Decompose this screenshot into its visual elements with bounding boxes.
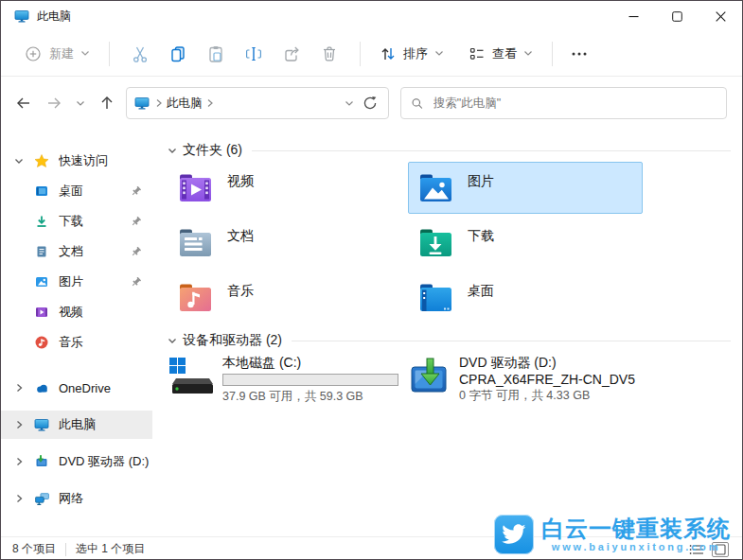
- sidebar-item-label: 此电脑: [59, 416, 96, 433]
- drives-grid: 本地磁盘 (C:) 37.9 GB 可用，共 59.3 GB DVD 驱动器 (…: [168, 352, 731, 405]
- explorer-window: 此电脑 新建: [0, 0, 743, 560]
- chevron-down-icon: [345, 100, 354, 107]
- chevron-right-icon[interactable]: [9, 494, 29, 503]
- sidebar-item-label: 桌面: [59, 183, 83, 200]
- arrow-up-icon: [98, 95, 115, 112]
- arrow-right-icon: [45, 95, 62, 112]
- back-button[interactable]: [9, 88, 39, 118]
- search-box[interactable]: [400, 87, 727, 119]
- folder-tile-label: 文档: [227, 228, 254, 261]
- share-icon: [282, 44, 301, 63]
- forward-button[interactable]: [39, 88, 69, 118]
- section-divider: [252, 150, 731, 151]
- toolbar-divider: [360, 42, 361, 66]
- chevron-right-icon[interactable]: [9, 457, 29, 466]
- sidebar-item-this-pc[interactable]: 此电脑: [1, 411, 152, 439]
- desktop-folder-icon: [29, 184, 54, 199]
- folder-tile-downloads[interactable]: 下载: [408, 217, 643, 269]
- folder-tile-label: 桌面: [468, 283, 494, 316]
- sort-button-label: 排序: [403, 45, 428, 62]
- this-pc-icon: [134, 96, 150, 111]
- title-bar[interactable]: 此电脑: [1, 1, 742, 31]
- refresh-button[interactable]: [360, 96, 380, 111]
- search-input[interactable]: [432, 96, 716, 111]
- folder-tile-pictures[interactable]: 图片: [408, 162, 643, 214]
- chevron-down-icon: [76, 100, 85, 107]
- status-divider: [65, 543, 66, 556]
- sidebar-item-label: OneDrive: [59, 381, 111, 395]
- pictures-folder-icon: [416, 169, 454, 207]
- copy-icon: [168, 44, 187, 63]
- chevron-down-icon: [434, 50, 444, 57]
- sidebar-item-downloads[interactable]: 下载: [1, 207, 152, 236]
- rename-button[interactable]: [235, 37, 273, 71]
- maximize-button[interactable]: [655, 1, 699, 31]
- folders-section-header[interactable]: 文件夹 (6): [168, 141, 731, 160]
- paste-button[interactable]: [197, 37, 235, 71]
- copy-button[interactable]: [159, 37, 197, 71]
- sort-icon: [380, 45, 397, 62]
- refresh-icon: [363, 96, 378, 111]
- drive-tile-c[interactable]: 本地磁盘 (C:) 37.9 GB 可用，共 59.3 GB: [168, 354, 402, 405]
- folder-tile-videos[interactable]: 视频: [168, 162, 402, 214]
- folder-tile-label: 下载: [468, 228, 494, 261]
- sort-button[interactable]: 排序: [372, 40, 451, 68]
- sidebar-item-network[interactable]: 网络: [1, 484, 152, 513]
- address-dropdown-button[interactable]: [339, 100, 360, 107]
- cut-button[interactable]: [121, 37, 159, 71]
- sidebar-item-music[interactable]: 音乐: [1, 328, 152, 357]
- sidebar-item-label: 文档: [59, 243, 83, 260]
- drive-name: DVD 驱动器 (D:): [459, 354, 635, 371]
- sidebar-item-quick-access[interactable]: 快速访问: [1, 147, 152, 175]
- plus-circle-icon: [24, 44, 43, 63]
- view-button[interactable]: 查看: [461, 40, 540, 68]
- this-pc-icon: [14, 9, 29, 24]
- folder-tile-documents[interactable]: 文档: [168, 217, 402, 269]
- music-icon: [29, 335, 54, 350]
- sidebar-item-desktop[interactable]: 桌面: [1, 177, 152, 205]
- selected-count: 选中 1 个项目: [76, 541, 145, 557]
- recent-locations-button[interactable]: [69, 88, 92, 118]
- sidebar-item-documents[interactable]: 文档: [1, 237, 152, 266]
- maximize-icon: [672, 11, 682, 22]
- sidebar-item-pictures[interactable]: 图片: [1, 268, 152, 296]
- drives-section-header[interactable]: 设备和驱动器 (2): [168, 331, 731, 350]
- up-button[interactable]: [92, 88, 122, 118]
- view-button-label: 查看: [492, 45, 517, 62]
- section-divider: [292, 341, 731, 341]
- dvd-drive-icon: [29, 454, 54, 469]
- breadcrumb-chevron-icon: [155, 98, 163, 108]
- sidebar-item-videos[interactable]: 视频: [1, 298, 152, 326]
- chevron-down-icon: [168, 338, 177, 344]
- rename-icon: [244, 44, 263, 63]
- chevron-down-icon: [523, 50, 533, 57]
- address-bar[interactable]: 此电脑: [126, 87, 389, 119]
- chevron-down-icon: [168, 148, 177, 154]
- sidebar-item-label: 下载: [59, 213, 83, 230]
- chevron-right-icon[interactable]: [9, 383, 29, 393]
- folder-tile-music[interactable]: 音乐: [168, 271, 402, 324]
- drive-tile-dvd[interactable]: DVD 驱动器 (D:) CPRA_X64FRE_ZH-CN_DV5 0 字节 …: [408, 354, 643, 405]
- breadcrumb-this-pc[interactable]: 此电脑: [167, 96, 203, 112]
- search-icon: [411, 96, 424, 111]
- paste-icon: [206, 44, 225, 63]
- folder-tile-desktop[interactable]: 桌面: [408, 271, 643, 324]
- cut-icon: [131, 44, 150, 63]
- new-button[interactable]: 新建: [16, 39, 97, 69]
- delete-button[interactable]: [310, 37, 348, 71]
- sidebar-item-onedrive[interactable]: OneDrive: [1, 374, 152, 402]
- new-button-label: 新建: [49, 45, 74, 62]
- chevron-down-icon[interactable]: [9, 158, 29, 165]
- chevron-right-icon[interactable]: [9, 420, 29, 429]
- document-icon: [29, 244, 54, 259]
- sidebar-item-label: DVD 驱动器 (D:) CPRA_X64FRE_ZH-CN_DV5: [59, 453, 152, 470]
- watermark-bird-icon: [494, 515, 534, 554]
- more-options-button[interactable]: [564, 37, 594, 71]
- share-button[interactable]: [273, 37, 310, 71]
- close-icon: [716, 11, 726, 22]
- minimize-button[interactable]: [611, 1, 655, 31]
- breadcrumb-chevron-icon: [206, 98, 214, 108]
- close-button[interactable]: [699, 1, 742, 31]
- watermark: 白云一键重装系统 www.baiyunxitong.com: [494, 515, 731, 554]
- sidebar-item-dvd-drive[interactable]: DVD 驱动器 (D:) CPRA_X64FRE_ZH-CN_DV5: [1, 447, 152, 476]
